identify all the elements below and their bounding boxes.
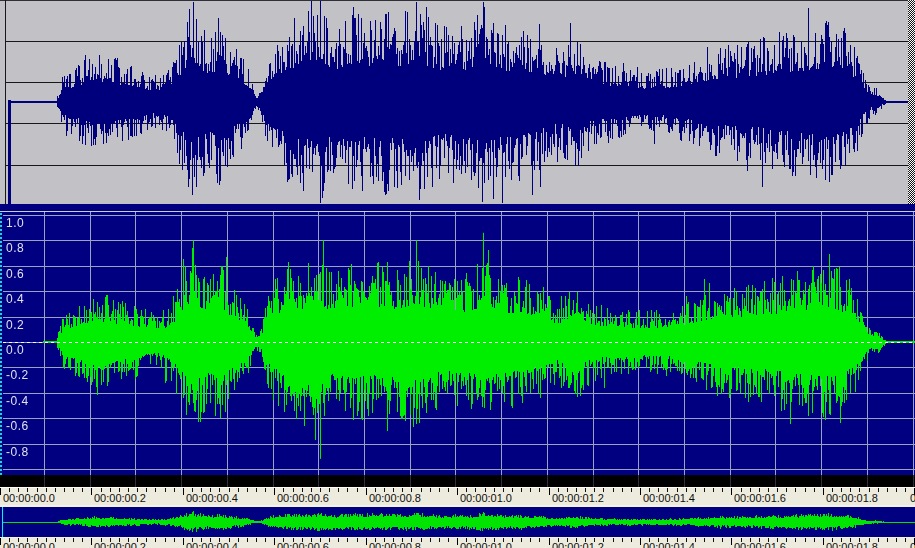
time-label: 00:00:00.0 [3, 542, 55, 548]
grid-continuation-line [135, 475, 136, 487]
minor-tick [155, 538, 156, 542]
major-tick [183, 488, 184, 495]
amplitude-axis-label: -0.8 [6, 446, 29, 458]
time-label: 00:00:00.0 [3, 493, 55, 504]
major-tick [0, 488, 1, 495]
minor-tick [165, 538, 166, 542]
minor-tick [905, 538, 906, 542]
minor-tick [622, 488, 623, 492]
time-label: 00:00:01.2 [552, 493, 604, 504]
overview-pane [0, 505, 915, 538]
blue-waveform-canvas[interactable] [0, 0, 915, 204]
minor-tick [896, 538, 897, 542]
minor-tick [347, 538, 348, 542]
amplitude-axis-label: 0.6 [6, 268, 24, 280]
top-waveform-pane [0, 0, 915, 204]
time-label: 00:00:00.2 [94, 493, 146, 504]
minor-tick [512, 488, 513, 492]
minor-tick [256, 488, 257, 492]
minor-tick [82, 538, 83, 542]
minor-tick [357, 488, 358, 492]
amplitude-axis-label: 1.0 [6, 217, 24, 229]
time-label: 00:00:00.6 [277, 493, 329, 504]
major-tick [823, 538, 824, 545]
overview-time-ruler[interactable]: 00:00:00.000:00:00.200:00:00.400:00:00.6… [0, 538, 915, 548]
amplitude-axis-label: -0.2 [6, 369, 29, 381]
minor-tick [521, 488, 522, 492]
time-ruler[interactable]: 00:00:00.000:00:00.200:00:00.400:00:00.6… [0, 475, 915, 505]
grid-continuation-line [684, 475, 685, 487]
time-label: 00:00:01.6 [734, 493, 786, 504]
minor-tick [247, 538, 248, 542]
major-tick [549, 488, 550, 495]
minor-tick [695, 538, 696, 542]
minor-tick [146, 538, 147, 542]
minor-tick [265, 488, 266, 492]
minor-tick [73, 488, 74, 492]
grid-continuation-line [638, 475, 639, 487]
ruler-black-strip [0, 475, 915, 487]
major-tick [457, 538, 458, 545]
minor-tick [430, 488, 431, 492]
time-label-right-edge: 0 [910, 542, 915, 548]
amplitude-axis-label: -0.6 [6, 420, 29, 432]
minor-tick [722, 538, 723, 542]
minor-tick [238, 488, 239, 492]
grid-continuation-line [181, 475, 182, 487]
major-tick [640, 538, 641, 545]
minor-tick [247, 488, 248, 492]
minor-tick [329, 488, 330, 492]
minor-tick [530, 488, 531, 492]
minor-tick [622, 538, 623, 542]
minor-tick [704, 488, 705, 492]
minor-tick [878, 488, 879, 492]
minor-tick [695, 488, 696, 492]
time-label: 00:00:01.6 [734, 542, 786, 548]
minor-tick [722, 488, 723, 492]
minor-tick [512, 538, 513, 542]
time-label: 00:00:01.0 [460, 493, 512, 504]
minor-tick [155, 488, 156, 492]
minor-tick [265, 538, 266, 542]
major-tick [274, 488, 275, 495]
time-label: 00:00:00.4 [186, 542, 238, 548]
audio-editor-screenshot: 1.00.80.60.40.20.0-0.2-0.4-0.6-0.8 00:00… [0, 0, 915, 548]
amplitude-axis-label: 0.0 [6, 344, 24, 356]
time-label: 00:00:00.8 [369, 493, 421, 504]
minor-tick [448, 538, 449, 542]
ruler-tick-face[interactable]: 00:00:00.000:00:00.200:00:00.400:00:00.6… [0, 487, 915, 505]
grid-continuation-line [775, 475, 776, 487]
minor-tick [786, 488, 787, 492]
minor-tick [55, 488, 56, 492]
minor-tick [887, 538, 888, 542]
minor-tick [55, 538, 56, 542]
minor-tick [905, 488, 906, 492]
green-waveform-canvas[interactable] [0, 204, 915, 475]
major-tick [91, 538, 92, 545]
major-tick [731, 538, 732, 545]
minor-tick [896, 488, 897, 492]
minor-tick [329, 538, 330, 542]
minor-tick [82, 488, 83, 492]
minor-tick [786, 538, 787, 542]
minor-tick [814, 538, 815, 542]
grid-continuation-line [318, 475, 319, 487]
minor-tick [64, 538, 65, 542]
major-tick [640, 488, 641, 495]
grid-continuation-line [547, 475, 548, 487]
time-label: 00:00:01.0 [460, 542, 512, 548]
minor-tick [421, 488, 422, 492]
major-tick [183, 538, 184, 545]
overview-waveform-canvas[interactable] [0, 507, 915, 537]
minor-tick [878, 538, 879, 542]
minor-tick [613, 488, 614, 492]
grid-continuation-line [593, 475, 594, 487]
time-label: 00:00:01.4 [643, 542, 695, 548]
grid-continuation-line [273, 475, 274, 487]
minor-tick [238, 538, 239, 542]
minor-tick [530, 538, 531, 542]
grid-continuation-line [913, 475, 914, 487]
time-label: 00:00:01.4 [643, 493, 695, 504]
minor-tick [539, 488, 540, 492]
time-label: 00:00:01.2 [552, 542, 604, 548]
